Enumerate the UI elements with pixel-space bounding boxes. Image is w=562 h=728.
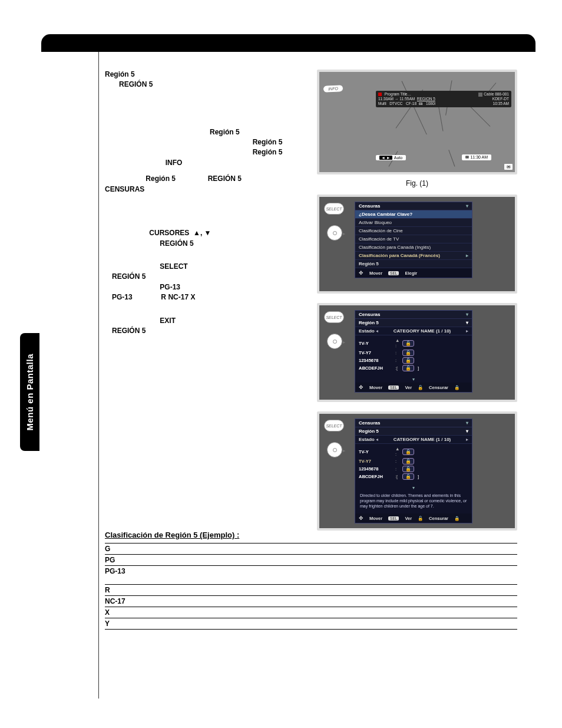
menu-item[interactable]: Clasificación para Canadá (Inglés) bbox=[355, 243, 472, 252]
rating-row-selected[interactable]: TV-Y7:🔒 bbox=[359, 458, 468, 465]
rating-row[interactable]: TV-Y▲ :🔒 bbox=[359, 446, 468, 457]
rating-row[interactable]: TV-Y▲ :🔒 bbox=[359, 338, 468, 348]
lock-chip[interactable]: 🔒 bbox=[402, 458, 414, 465]
menu-item[interactable]: Clasificación de Cine bbox=[355, 227, 472, 235]
term-region5b: Región 5 bbox=[253, 138, 283, 146]
term-region5a: Región 5 bbox=[210, 128, 240, 136]
clock-text: 11:30 AM bbox=[470, 155, 488, 159]
ratings-table-title: Clasificación de Región 5 (Ejemplo) : bbox=[105, 531, 517, 539]
term-pg13b: PG-13 bbox=[112, 293, 133, 301]
term-region5-e: REGIÓN 5 bbox=[112, 272, 146, 281]
menu-item[interactable]: Clasificación para Canadá (Francés)▸ bbox=[355, 252, 472, 260]
menu-item[interactable]: Clasificación de TV bbox=[355, 235, 472, 243]
remote-select-button[interactable]: SELECT bbox=[324, 420, 344, 431]
osd-3-wrap: SELECT ▸ Censuras▾ Región 5▾ Estado ◂ CA… bbox=[317, 411, 517, 531]
term-region5-menu: REGIÓN 5 bbox=[119, 80, 153, 88]
cursor-dot-icon bbox=[333, 448, 337, 452]
menu-footer: ✥ Mover SEL Ver 🔓 Censurar 🔒 bbox=[355, 513, 472, 523]
table-row: Xplaceholder bbox=[105, 607, 517, 618]
lock-chip[interactable]: 🔒 bbox=[402, 340, 414, 347]
chevron-down-icon: ▾ bbox=[466, 420, 468, 426]
rating-desc: placeholder bbox=[140, 586, 517, 594]
footer-elegir: Elegir bbox=[405, 271, 417, 276]
rating-row[interactable]: 12345678:🔒 bbox=[359, 466, 468, 472]
lock-chip[interactable]: 🔒 bbox=[402, 449, 414, 455]
term-nc17: NC-17 bbox=[168, 293, 189, 301]
aspect-text: Auto bbox=[394, 156, 402, 160]
category-bar[interactable]: Estado ◂ CATEGORY NAME (1 / 10) ▸ bbox=[355, 327, 472, 335]
menu-title: Censuras▾ bbox=[355, 202, 472, 210]
osd-1: SELECT ▸ Censuras▾ ¿Desea Cambiar Clave?… bbox=[319, 197, 515, 291]
censuras-menu: Censuras▾ ¿Desea Cambiar Clave? Activar … bbox=[355, 202, 472, 278]
rating-row[interactable]: ABCDEFJH:[🔒] bbox=[359, 473, 468, 480]
rating-punct: : bbox=[395, 459, 399, 464]
term-region5c: Región 5 bbox=[253, 148, 283, 156]
remote-cursor-button[interactable]: ▸ bbox=[327, 442, 342, 457]
footer-mover: Mover bbox=[369, 385, 382, 390]
menu-item[interactable]: Activar Bloqueo bbox=[355, 219, 472, 227]
corner-mail-icon: ✉ bbox=[504, 164, 513, 170]
aspect-pill[interactable]: ◄ ►Auto bbox=[376, 155, 406, 160]
chevron-down-icon: ▾ bbox=[466, 312, 468, 317]
submenu-title: Región 5▾ bbox=[355, 319, 472, 327]
menu-item[interactable]: Región 5 bbox=[355, 260, 472, 268]
header-bar bbox=[41, 34, 535, 52]
estado-label: Estado bbox=[359, 328, 375, 334]
lock-chip[interactable]: 🔒 bbox=[402, 350, 414, 356]
menu-item[interactable]: ¿Desea Cambiar Clave? bbox=[355, 210, 472, 219]
lock-chip[interactable]: 🔒 bbox=[402, 466, 414, 472]
rating-row[interactable]: ABCDEFJH:[🔒] bbox=[359, 365, 468, 371]
rating-row[interactable]: TV-Y7:🔒 bbox=[359, 350, 468, 356]
rating-desc: placeholder bbox=[140, 620, 517, 628]
banner-res: 1080i bbox=[426, 101, 435, 106]
remote-cursor-button[interactable]: ▸ bbox=[327, 334, 342, 349]
arrow-right-icon: → bbox=[395, 97, 399, 101]
term-censuras: CENSURAS bbox=[105, 185, 144, 193]
triangle-left-icon: ◂ bbox=[376, 328, 378, 334]
lock-chip[interactable]: 🔒 bbox=[402, 357, 414, 364]
rating-punct: : bbox=[395, 350, 399, 355]
chevron-down-icon: ▾ bbox=[355, 485, 472, 491]
term-region5-again: REGIÓN 5 bbox=[160, 239, 193, 248]
banner-time2: 11:55AM bbox=[399, 97, 415, 101]
figure-1-wrap: INFO Program Title… Cable 888-001 11:30A… bbox=[317, 70, 517, 174]
arrow-down-icon: ▼ bbox=[204, 229, 211, 237]
menu-title: Censuras▾ bbox=[355, 419, 472, 427]
triangle-right-icon: ▸ bbox=[466, 437, 468, 442]
banner-time3: 10:35 AM bbox=[493, 101, 509, 106]
cable-icon bbox=[478, 93, 482, 97]
callout-line bbox=[448, 150, 455, 167]
cc-icon: 🖂 bbox=[419, 101, 423, 106]
banner-program-title: Program Title… bbox=[385, 92, 411, 96]
category-name: CATEGORY NAME (1 / 10) bbox=[394, 328, 451, 334]
banner-cable: Cable 888-001 bbox=[484, 92, 509, 96]
rating-row[interactable]: 12345678:🔒 bbox=[359, 357, 468, 364]
sel-badge: SEL bbox=[388, 516, 399, 521]
remote-select-button[interactable]: SELECT bbox=[324, 203, 344, 215]
lock-icon: 🔒 bbox=[405, 358, 411, 363]
lock-chip[interactable]: 🔒 bbox=[402, 473, 414, 480]
sel-badge: SEL bbox=[388, 271, 399, 275]
remote-cursor-button[interactable]: ▸ bbox=[327, 225, 342, 241]
lock-icon: 🔒 bbox=[405, 459, 411, 464]
rating-punct: : bbox=[395, 466, 399, 472]
vertical-rule bbox=[98, 52, 99, 699]
remote-select-button[interactable]: SELECT bbox=[324, 311, 344, 323]
term-region5-txt: Región 5 bbox=[146, 174, 176, 183]
triangle-right-icon: ▸ bbox=[466, 328, 468, 334]
rating-code: PG bbox=[105, 556, 140, 564]
lock-icon: 🔒 bbox=[405, 350, 411, 355]
term-region5-bold: REGIÓN 5 bbox=[208, 174, 242, 183]
menu-title: Censuras▾ bbox=[355, 311, 472, 319]
section-tab-label: Menú en Pantalla bbox=[25, 354, 35, 431]
chevron-down-icon: ▾ bbox=[466, 203, 468, 209]
table-row: Gplaceholder bbox=[105, 543, 517, 554]
lock-icon: 🔒 bbox=[405, 466, 411, 472]
rating-desc: placeholder bbox=[140, 608, 517, 617]
clock-pill: ✉ 11:30 AM bbox=[462, 154, 491, 160]
lock-chip[interactable]: 🔒 bbox=[402, 365, 414, 371]
remote-info-button[interactable]: INFO bbox=[323, 84, 343, 93]
category-bar[interactable]: Estado ◂ CATEGORY NAME (1 / 10) ▸ bbox=[355, 436, 472, 444]
banner-multi: Multi bbox=[378, 101, 386, 106]
body-text: Región 5 REGIÓN 5 xxxxxxxxx xxxxxxx xxxx… bbox=[105, 70, 311, 336]
